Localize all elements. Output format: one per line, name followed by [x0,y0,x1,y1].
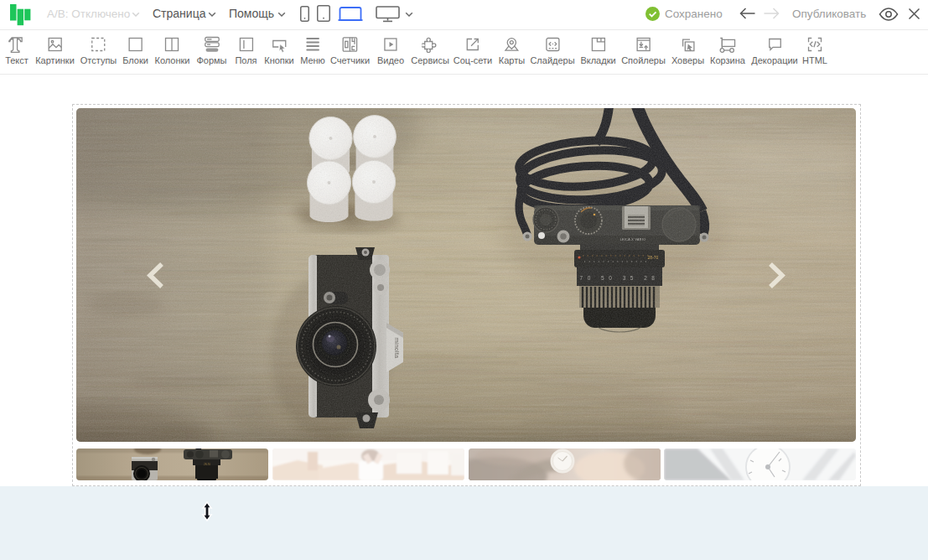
svg-text:28-70: 28-70 [204,463,210,466]
